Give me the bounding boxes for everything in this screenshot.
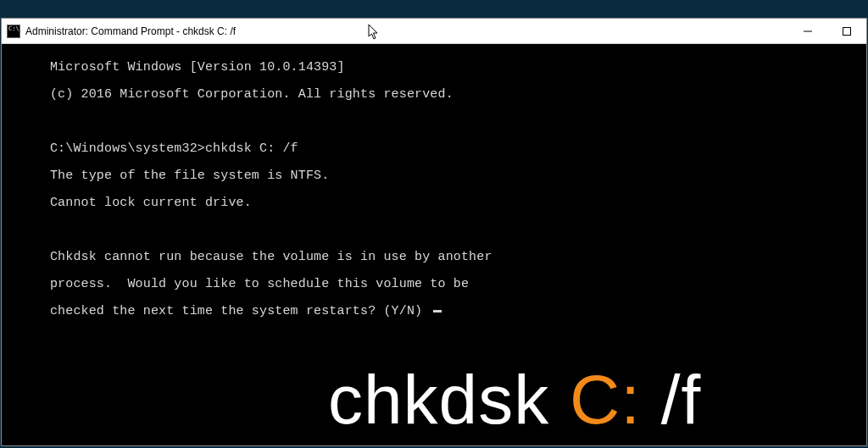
terminal-msg-3: checked the next time the system restart…: [50, 304, 430, 318]
minimize-button[interactable]: [788, 19, 827, 43]
terminal-lock-line: Cannot lock current drive.: [50, 196, 252, 210]
terminal-line-copyright: (c) 2016 Microsoft Corporation. All righ…: [50, 87, 453, 102]
command-prompt-window: Administrator: Command Prompt - chkdsk C…: [2, 19, 866, 445]
command-prompt-icon: [7, 25, 20, 38]
caption-part1: chkdsk: [328, 361, 570, 438]
window-title: Administrator: Command Prompt - chkdsk C…: [25, 25, 236, 37]
overlay-caption: chkdsk C: /f: [2, 379, 866, 420]
terminal-msg-2: process. Would you like to schedule this…: [50, 277, 469, 291]
window-titlebar[interactable]: Administrator: Command Prompt - chkdsk C…: [2, 19, 866, 44]
svg-rect-1: [843, 27, 851, 35]
caption-accent: C:: [570, 361, 641, 438]
titlebar-left: Administrator: Command Prompt - chkdsk C…: [7, 25, 236, 38]
terminal-prompt-line: C:\Windows\system32>chkdsk C: /f: [50, 141, 298, 156]
maximize-button[interactable]: [827, 19, 866, 43]
terminal-line-version: Microsoft Windows [Version 10.0.14393]: [50, 60, 345, 75]
window-controls: [788, 19, 866, 43]
desktop-background: Administrator: Command Prompt - chkdsk C…: [0, 0, 868, 448]
text-cursor-icon: [433, 310, 442, 312]
caption-part3: /f: [641, 361, 701, 438]
terminal-fs-type: The type of the file system is NTFS.: [50, 169, 329, 183]
terminal-body[interactable]: Microsoft Windows [Version 10.0.14393] (…: [2, 44, 866, 445]
terminal-msg-1: Chkdsk cannot run because the volume is …: [50, 250, 492, 264]
